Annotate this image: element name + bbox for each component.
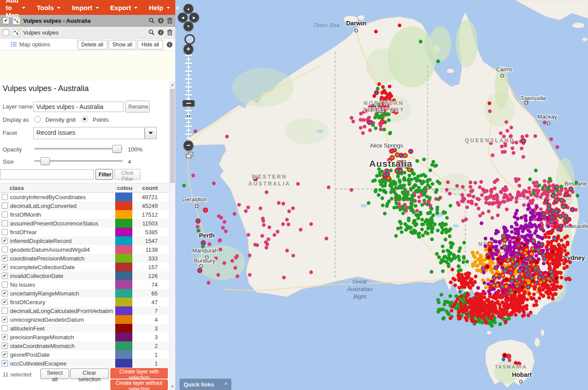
row-checkbox[interactable] (2, 211, 8, 218)
rename-button[interactable]: Rename (125, 101, 150, 112)
table-row[interactable]: incompleteCollectionDate157 (0, 263, 169, 271)
table-row[interactable]: georefPostDate1 (0, 350, 169, 359)
zoom-to-layer-icon[interactable] (149, 29, 155, 35)
table-row[interactable]: firstOfMonth17512 (0, 210, 169, 219)
hide-all-button[interactable]: Hide all (138, 40, 163, 49)
layer-row[interactable]: Vulpes vulpes - Australiai (0, 15, 175, 27)
row-checkbox[interactable] (2, 220, 8, 226)
scroll-up-arrow[interactable]: ▲ (170, 81, 175, 88)
reset-view-button[interactable] (184, 34, 195, 45)
size-slider-handle[interactable] (40, 157, 50, 165)
zoom-to-layer-icon[interactable] (149, 18, 155, 24)
table-row[interactable]: inferredDuplicateRecord1547 (0, 236, 169, 245)
table-row[interactable]: invalidCollectionDate126 (0, 271, 169, 280)
record-count: 7 (132, 308, 160, 314)
table-row[interactable]: coordinatePrecisionMismatch333 (0, 254, 169, 263)
row-checkbox[interactable] (2, 343, 8, 349)
select-all-button[interactable]: Select all (40, 369, 69, 379)
opacity-slider-handle[interactable] (112, 145, 122, 153)
panel-scrollbar[interactable]: ▲ ▼ (169, 81, 175, 390)
row-checkbox[interactable] (2, 325, 8, 331)
row-checkbox[interactable] (2, 360, 8, 366)
layer-visibility-checkbox[interactable] (3, 18, 9, 24)
layer-info-icon[interactable]: i (158, 29, 164, 35)
row-checkbox[interactable] (2, 299, 8, 305)
row-checkbox[interactable] (2, 290, 8, 296)
pan-down-button[interactable]: ▼ (184, 21, 193, 31)
create-layer-with-selection-button[interactable]: Create layer with selection (110, 368, 168, 379)
pan-up-button[interactable]: ▲ (184, 4, 193, 14)
row-checkbox[interactable] (2, 334, 8, 340)
show-all-button[interactable]: Show all (109, 40, 136, 49)
menu-tools[interactable]: Tools (31, 0, 66, 15)
layer-info-icon[interactable]: i (158, 18, 164, 24)
zoom-slider-handle[interactable] (183, 100, 195, 106)
opacity-slider-track[interactable] (34, 148, 123, 150)
zoom-in-button[interactable]: + (184, 44, 193, 54)
points-radio[interactable] (81, 116, 88, 123)
table-row[interactable]: No issues74 (0, 280, 169, 289)
menu-import[interactable]: Import (66, 0, 105, 15)
menu-bar: Add to MapToolsImportExportHelp< (0, 0, 175, 15)
pan-left-button[interactable]: ◀ (178, 13, 188, 22)
row-checkbox[interactable] (2, 229, 8, 235)
menu-help[interactable]: Help (143, 0, 176, 15)
row-checkbox[interactable] (2, 281, 8, 288)
table-row[interactable]: uncertaintyRangeMismatch65 (0, 289, 169, 298)
clear-selection-button[interactable]: Clear selection (70, 369, 109, 379)
scroll-down-arrow[interactable]: ▼ (170, 383, 175, 390)
table-row[interactable]: unrecognizedGeodeticDatum4 (0, 315, 169, 324)
filter-input[interactable] (0, 169, 94, 179)
table-row[interactable]: geodeticDatumAssumedWgs841138 (0, 245, 169, 254)
row-checkbox[interactable] (2, 194, 8, 200)
row-checkbox[interactable] (2, 351, 8, 358)
col-class[interactable]: class (10, 183, 115, 192)
map-area[interactable]: PerthNEW SOUTHWALESBrisbaneNewcastleSydn… (175, 0, 588, 390)
delete-layer-icon[interactable] (167, 29, 173, 35)
facet-dropdown-button[interactable] (145, 127, 157, 139)
map-label-mackay: Mackay (538, 113, 557, 120)
menu-export[interactable]: Export (105, 0, 144, 15)
density-grid-radio[interactable] (34, 116, 41, 123)
table-row[interactable]: firstOfYear5385 (0, 228, 169, 236)
issue-class-label: precisionRangeMismatch (10, 334, 115, 341)
table-row[interactable]: firstOfCentury47 (0, 298, 169, 306)
col-count[interactable]: count (132, 183, 160, 192)
table-row[interactable]: altitudeInFeet3 (0, 324, 169, 333)
clear-filter-button[interactable]: Clear Filter (114, 169, 141, 180)
zoom-out-button[interactable]: − (184, 141, 193, 151)
row-checkbox[interactable] (2, 255, 8, 261)
menu-add-to-map[interactable]: Add to Map (0, 0, 31, 15)
pan-right-button[interactable]: ▶ (189, 13, 199, 22)
layer-visibility-checkbox[interactable] (3, 29, 9, 36)
zoom-slider[interactable] (175, 55, 202, 144)
table-row[interactable]: occCultivatedEscapee1 (0, 359, 169, 368)
delete-all-button[interactable]: Delete all (78, 40, 107, 49)
selected-count: 11 selected (3, 371, 32, 378)
info-icon[interactable]: i (166, 42, 173, 48)
map-canvas[interactable]: PerthNEW SOUTHWALESBrisbaneNewcastleSydn… (175, 0, 588, 390)
table-row[interactable]: assumedPresentOccurrenceStatus11503 (0, 219, 169, 228)
table-row[interactable]: countryInferredByCoordinates49721 (0, 193, 169, 201)
layer-name-input[interactable] (33, 102, 124, 112)
row-checkbox[interactable] (2, 308, 8, 314)
table-row[interactable]: precisionRangeMismatch3 (0, 333, 169, 341)
delete-layer-icon[interactable] (167, 18, 173, 24)
table-row[interactable]: stateCoordinateMismatch2 (0, 341, 169, 350)
row-checkbox[interactable] (2, 203, 8, 209)
table-row[interactable]: decimalLatLongConverted45249 (0, 201, 169, 210)
collapse-panel-icon[interactable]: < (176, 4, 184, 11)
layer-row[interactable]: Vulpes vulpesi (0, 27, 175, 39)
row-checkbox[interactable] (2, 238, 8, 244)
facet-select[interactable]: Record issues (33, 127, 145, 139)
create-layer-without-selection-button[interactable]: Create layer without selection (110, 379, 168, 390)
row-checkbox[interactable] (2, 264, 8, 270)
quick-links-bar[interactable]: Quick links ^ (180, 379, 231, 390)
table-row[interactable]: decimalLatLongCalculatedFromVerbatim7 (0, 306, 169, 315)
scroll-thumb[interactable] (170, 89, 175, 183)
row-checkbox[interactable] (2, 246, 8, 253)
col-colour[interactable]: colour (115, 183, 132, 192)
row-checkbox[interactable] (2, 316, 8, 323)
filter-button[interactable]: Filter (96, 169, 113, 180)
row-checkbox[interactable] (2, 273, 8, 279)
